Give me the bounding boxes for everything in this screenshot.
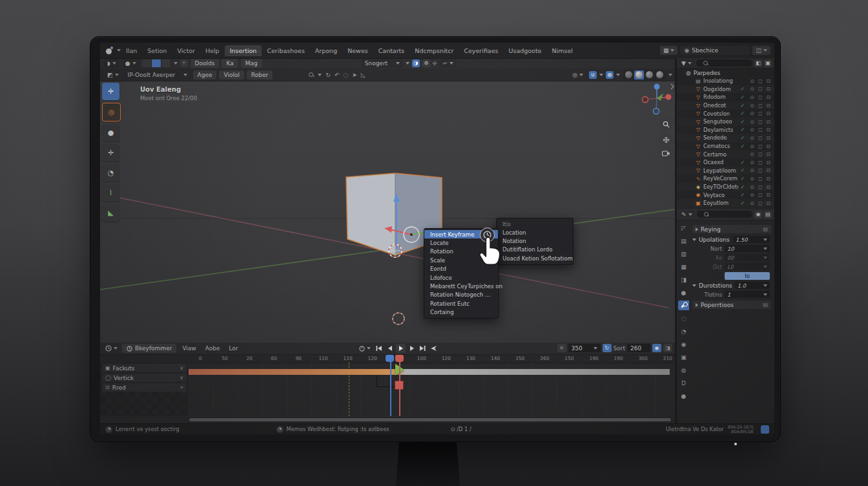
annotate-tool[interactable]: ◣ — [102, 204, 119, 222]
shading-material-icon[interactable] — [645, 70, 654, 79]
playhead-blue-line[interactable] — [390, 355, 391, 416]
outliner-row[interactable]: ▽ Onedcot ✓ ⊙ ◻ ⊡ — [677, 101, 774, 110]
menu-item[interactable]: Ceyerifiaes — [459, 45, 503, 56]
expand-icon[interactable]: » — [180, 385, 183, 390]
stroke-icon[interactable]: ● — [122, 59, 140, 68]
app-logo-icon[interactable] — [105, 46, 114, 55]
snap-target-icon[interactable]: ⊚ — [422, 59, 430, 67]
channel-row[interactable]: ⊡ Rred » — [102, 383, 187, 392]
menu-item[interactable]: Ndcmpsnitcr — [409, 45, 459, 56]
visibility-icons[interactable]: ⊙ ◻ ⊡ — [750, 119, 774, 125]
jump-to-end-button[interactable] — [418, 344, 428, 353]
visibility-icons[interactable]: ⊙ ◻ ⊡ — [750, 143, 774, 149]
mode-select[interactable]: IP-Ooolt Axerper — [125, 70, 191, 79]
properties-tab[interactable]: ▣ — [678, 352, 689, 362]
timeline-scrollbar[interactable] — [189, 417, 672, 422]
context-menu-item[interactable]: Mebarett CeyTurpiches on — [424, 282, 498, 290]
filter-options-icon[interactable]: ◧ — [754, 59, 762, 67]
tool-button[interactable]: Doolds — [191, 59, 220, 68]
properties-editor-icon[interactable]: ✎ — [679, 211, 694, 218]
properties-tab[interactable]: ▥ — [678, 249, 689, 259]
property-value-field[interactable]: 1 — [725, 291, 770, 298]
play-reverse-button[interactable] — [396, 344, 406, 353]
auto-keying-icon[interactable] — [429, 344, 439, 353]
context-menu-item[interactable]: Rotatient Eutc — [424, 299, 498, 308]
select-tweak-tool[interactable]: ✛ — [102, 83, 119, 100]
visibility-icons[interactable]: ⊙ ◻ ⊡ — [750, 111, 774, 116]
submenu-item[interactable]: Notation — [497, 237, 573, 245]
outliner-row[interactable]: ▽ Ocaexd ✓ ⊙ ◻ ⊡ — [677, 158, 774, 167]
camera-view-icon[interactable] — [659, 147, 672, 160]
visibility-icons[interactable]: ⊙ ◻ ⊡ — [750, 200, 774, 206]
menu-item[interactable]: Newes — [342, 45, 373, 56]
visibility-icons[interactable]: ⊙ ◻ ⊡ — [750, 78, 774, 84]
pin-icon[interactable]: ◉ — [754, 211, 762, 218]
menu-item[interactable]: Help — [200, 45, 225, 56]
menu-item[interactable]: Victor — [172, 45, 200, 56]
outliner-row[interactable]: ▽ Covotslon ✓ ⊙ ◻ ⊡ — [677, 109, 774, 118]
rotate-tool[interactable]: ◔ — [102, 164, 119, 182]
visibility-icons[interactable]: ⊙ ◻ ⊡ — [750, 127, 774, 132]
3d-viewport[interactable]: Uov Ealeng Moet ont Oree 22/00 ✛ ◎ ● ✛ ◔… — [100, 81, 675, 343]
transform-pivot-toggle[interactable] — [142, 59, 171, 67]
shading-wireframe-icon[interactable] — [624, 70, 634, 79]
menu-item[interactable]: Usadgoote — [503, 45, 546, 56]
outliner-row[interactable]: ▽ Sengutoeo ✓ ⊙ ◻ ⊡ — [677, 118, 774, 126]
properties-tab[interactable]: ◸ — [678, 223, 689, 233]
play-button[interactable] — [407, 344, 417, 353]
channel-row[interactable]: ▣ Fackuts ∨ — [102, 364, 187, 372]
rotate-icon[interactable]: ↻ — [326, 72, 331, 78]
durations-value[interactable]: 1.0 — [735, 282, 770, 289]
filter-icon[interactable]: ▼ — [679, 59, 694, 67]
playback-mode-button[interactable]: Bkeyfommer — [122, 344, 176, 353]
shading-solid-icon[interactable] — [634, 70, 644, 79]
pivot-icon[interactable]: ✣ — [433, 61, 437, 67]
shading-rendered-icon[interactable] — [655, 70, 665, 79]
visibility-icons[interactable]: ⊙ ◻ ⊡ — [750, 160, 774, 165]
timeline-menu[interactable]: Viaw — [179, 345, 199, 352]
editor-type-icon[interactable]: ◩ — [104, 70, 122, 79]
menu-item[interactable]: Nimsel — [546, 45, 577, 56]
properties-tab[interactable]: ◌ — [678, 313, 689, 323]
outliner-row[interactable]: ◉ Veytaco ✓ ⊙ ◻ ⊡ — [677, 191, 774, 199]
scale-tool[interactable]: ⌇ — [102, 184, 119, 202]
auto-keyframe-icon[interactable]: ◉ — [652, 344, 661, 352]
scene-browse-icon[interactable]: ▦ — [660, 46, 678, 55]
visibility-icons[interactable]: ⊙ ◻ ⊡ — [750, 176, 774, 182]
panel-header-interpolations[interactable]: Upolations 1.50 — [691, 235, 772, 244]
area-splitter[interactable] — [675, 58, 677, 423]
menu-item[interactable]: Cantarts — [373, 45, 410, 56]
panel-header-durations[interactable]: Durotstions 1.0 — [691, 281, 772, 290]
property-value-field[interactable]: 00 — [725, 254, 770, 261]
options-icon[interactable]: ▤ — [764, 211, 772, 218]
timeline-menu[interactable]: Aobe — [202, 345, 223, 352]
view-layer-icon[interactable]: ◫ — [752, 46, 770, 55]
new-collection-icon[interactable]: ▣ — [764, 59, 772, 67]
properties-tab[interactable]: ◨ — [678, 275, 689, 284]
current-frame-field[interactable]: 350 — [568, 344, 601, 352]
visibility-icons[interactable]: ⊙ ◻ ⊡ — [750, 86, 774, 92]
context-menu-item[interactable]: Ldofoce — [424, 273, 498, 282]
visibility-icons[interactable]: ⊙ ◻ ⊡ — [750, 192, 774, 198]
channel-row[interactable]: ◯ Vertick ∨ — [102, 374, 187, 382]
header-menu[interactable]: Agee — [193, 70, 217, 79]
outliner-root-row[interactable]: ◍ Parpedes — [677, 69, 774, 77]
header-menu[interactable]: Violol — [219, 70, 243, 79]
scene-name-field[interactable]: ◉ Sbechice — [680, 46, 750, 55]
menu-item[interactable]: Setion — [142, 45, 172, 56]
refresh-icon[interactable]: ↻ — [603, 344, 612, 352]
outliner-row[interactable]: ▽ Oogxldom ✓ ⊙ ◻ ⊡ — [677, 85, 774, 94]
outliner-row[interactable]: ◈ EeyTOrCldeto ✓ ⊙ ◻ ⊡ — [677, 183, 774, 191]
properties-tab[interactable]: ◉ — [678, 339, 689, 349]
expand-icon[interactable]: ∨ — [180, 365, 183, 371]
menu-item[interactable]: Insertion — [225, 45, 262, 56]
properties-tab[interactable]: ▤ — [678, 236, 689, 246]
sync-icon[interactable] — [357, 345, 373, 352]
panel-toggle-icon[interactable]: ◨ — [663, 344, 672, 352]
outliner-row[interactable]: ▽ Certamo ⊙ ◻ ⊡ — [677, 150, 774, 158]
apply-button[interactable]: Io — [725, 272, 770, 280]
move-view-icon[interactable] — [659, 133, 672, 146]
submenu-item[interactable]: Location — [497, 228, 573, 237]
outliner-row[interactable]: ∿ ReyVeCorem ✓ ⊙ ◻ ⊡ — [677, 174, 774, 183]
panel-header-properties[interactable]: Poperrtioos▤ — [692, 301, 771, 309]
